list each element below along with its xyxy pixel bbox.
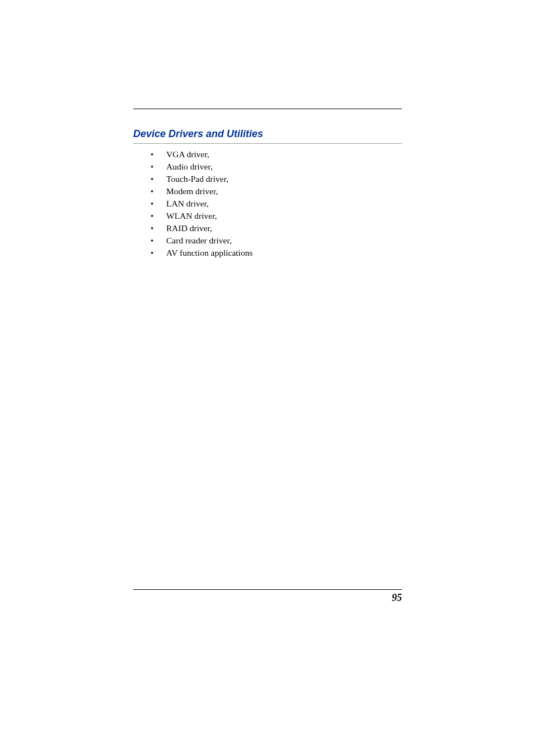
list-item: Audio driver, (133, 161, 402, 173)
bottom-horizontal-rule (133, 589, 402, 590)
top-horizontal-rule (133, 109, 402, 109)
list-item: Modem driver, (133, 185, 402, 198)
list-item: LAN driver, (133, 198, 402, 210)
list-item: Card reader driver, (133, 234, 402, 247)
list-item: WLAN driver, (133, 210, 402, 222)
page-number: 95 (392, 592, 402, 604)
document-page: Device Drivers and Utilities VGA driver,… (0, 0, 534, 756)
content-area: Device Drivers and Utilities VGA driver,… (133, 128, 402, 259)
list-item: Touch-Pad driver, (133, 173, 402, 185)
driver-list: VGA driver, Audio driver, Touch-Pad driv… (133, 148, 402, 259)
list-item: RAID driver, (133, 222, 402, 234)
list-item: VGA driver, (133, 148, 402, 161)
section-heading: Device Drivers and Utilities (133, 128, 402, 144)
list-item: AV function applications (133, 247, 402, 259)
